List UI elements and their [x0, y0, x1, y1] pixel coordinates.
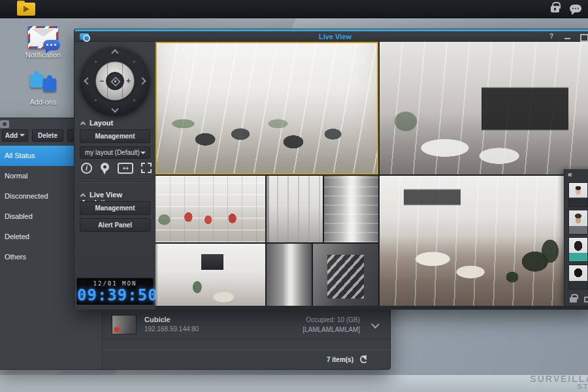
delete-button[interactable]: Delete [32, 129, 63, 142]
chat-bubble-icon [43, 40, 60, 50]
camera-group: [LAMLAMLAMLAM] [302, 325, 360, 335]
analytics-management-button[interactable]: Management [80, 201, 150, 215]
live-view-window: Live View ? − + [74, 29, 588, 309]
camera-icon [0, 120, 9, 128]
ptz-dot [95, 61, 97, 63]
face-thumbnail[interactable] [568, 182, 588, 207]
ptz-right-icon[interactable] [139, 77, 146, 84]
camera-feed-top-right[interactable] [380, 42, 588, 174]
refresh-icon[interactable] [360, 355, 368, 363]
camera-feed-lounge[interactable] [380, 176, 569, 306]
face-thumbnails [568, 182, 588, 292]
camera-feed-mid-left[interactable] [155, 176, 265, 242]
wallpaper-facet [0, 375, 588, 392]
face-thumbnail[interactable] [568, 265, 588, 289]
camera-name: Cubicle [144, 316, 171, 323]
fullscreen-icon[interactable] [141, 163, 152, 173]
expand-row-chevron-icon[interactable] [371, 320, 380, 329]
add-button-label: Add [5, 132, 18, 139]
collapse-panel-icon[interactable]: « [568, 170, 572, 179]
ptz-down-icon[interactable] [111, 105, 118, 112]
ptz-dot [133, 99, 135, 101]
camera-list-footer: 7 item(s) [103, 350, 390, 369]
live-view-sidebar: − + Layout Management my layout (Default… [74, 42, 155, 310]
live-view-titlebar[interactable]: Live View ? [74, 31, 588, 42]
layout-section-header[interactable]: Layout [81, 119, 113, 127]
camera-occupied: Occupied: 10 (GB) [302, 315, 360, 325]
video-grid: « [155, 42, 588, 310]
chevron-down-icon [20, 134, 25, 137]
ptz-left-icon[interactable] [84, 77, 91, 84]
camera-feed-mid-center[interactable] [267, 176, 323, 242]
media-folder-icon[interactable] [17, 3, 35, 16]
chevron-down-icon [140, 152, 146, 154]
section-collapse-icon [80, 193, 86, 199]
face-thumbnail[interactable] [568, 237, 588, 262]
camera-feed-selected[interactable] [155, 42, 378, 174]
camera-row-cubicle[interactable]: Cubicle 192.168.59.144:80 Occupied: 10 (… [103, 310, 390, 339]
ptz-home-button[interactable] [106, 72, 124, 90]
add-button[interactable]: Add [2, 129, 28, 142]
sidebar-divider [78, 182, 152, 182]
layout-management-button[interactable]: Management [80, 129, 150, 143]
maximize-icon[interactable] [579, 33, 588, 41]
pan-icon[interactable]: ↔ [118, 163, 133, 174]
watermark-line1: SURVEILLANCE [530, 374, 588, 384]
ptz-control[interactable]: − + [80, 46, 150, 116]
clock-time: 09:39:50 [77, 287, 153, 304]
alert-panel-button[interactable]: Alert Panel [80, 218, 150, 232]
section-collapse-icon [80, 122, 86, 127]
camera-feed-bottom-stairs[interactable] [313, 244, 378, 306]
camera-feed-mid-right[interactable] [324, 176, 378, 242]
add-ons-puzzle-icon [29, 71, 57, 95]
recording-indicator-icon [114, 327, 119, 332]
chat-icon[interactable] [570, 5, 581, 12]
screen: SURVEILLANCE STATION Notification Add-on… [0, 0, 588, 392]
help-icon[interactable]: ? [547, 33, 556, 41]
lock-icon[interactable] [570, 297, 577, 302]
desktop-icon-label: Add-ons [20, 98, 66, 106]
zoom-out-button[interactable]: − [99, 76, 104, 86]
camera-meta: Occupied: 10 (GB) [LAMLAMLAMLAM] [302, 315, 360, 335]
notification-mail-icon [28, 26, 58, 48]
camera-icon[interactable] [584, 297, 588, 302]
zoom-in-button[interactable]: + [126, 76, 131, 86]
ptz-dot [133, 61, 135, 63]
layout-select[interactable]: my layout (Default) [80, 146, 150, 159]
camera-feed-bottom-center[interactable] [267, 244, 312, 306]
camera-address: 192.168.59.144:80 [144, 325, 199, 333]
ptz-dot [95, 99, 97, 101]
camera-thumbnail [112, 315, 137, 335]
location-pin-icon[interactable] [101, 163, 109, 171]
desktop-icon-notification[interactable]: Notification [20, 26, 66, 59]
item-count: 7 item(s) [327, 356, 353, 363]
live-view-body: − + Layout Management my layout (Default… [74, 42, 588, 310]
surveillance-station-watermark: SURVEILLANCE STATION [530, 374, 588, 391]
puzzle-piece-icon [43, 78, 56, 91]
layout-header-label: Layout [90, 119, 113, 127]
minimize-icon[interactable] [563, 33, 572, 41]
puzzle-piece-icon [30, 74, 43, 88]
layout-tool-icons: i ↔ [80, 163, 152, 177]
layout-select-value: my layout (Default) [85, 149, 140, 156]
face-recognition-panel: « [564, 169, 588, 306]
info-icon[interactable]: i [81, 163, 92, 174]
window-title: Live View [74, 31, 588, 42]
lock-icon[interactable] [551, 6, 559, 12]
watermark-line2: STATION [530, 384, 588, 391]
video-grid-edge [155, 306, 588, 310]
desktop-icon-label: Notification [20, 51, 66, 59]
ptz-up-icon[interactable] [111, 49, 118, 56]
face-thumbnail[interactable] [568, 210, 588, 235]
taskbar [0, 0, 588, 18]
desktop-icon-add-ons[interactable]: Add-ons [20, 71, 66, 106]
camera-feed-bottom-left[interactable] [155, 244, 265, 306]
clock-panel: 12/01 MON 09:39:50 [76, 278, 154, 305]
